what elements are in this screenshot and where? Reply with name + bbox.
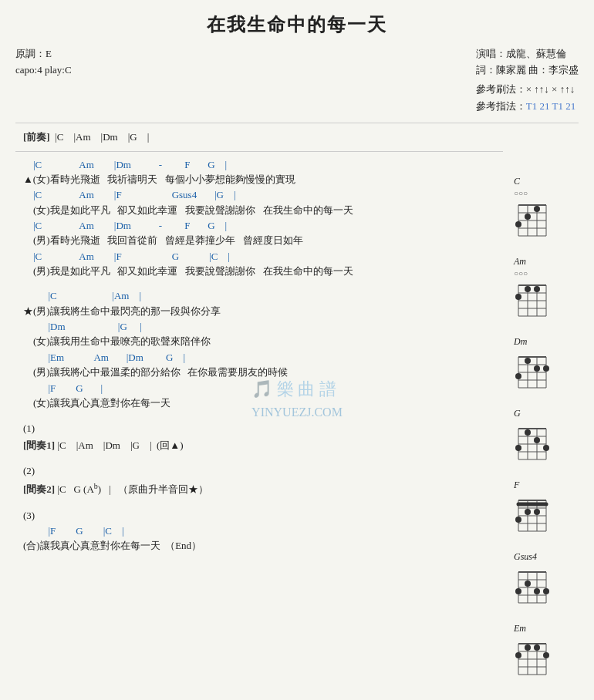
b-lyric4: (女)讓我真心真意對你在每一天 [15,395,503,411]
svg-point-10 [525,214,531,220]
header-right: 演唱：成龍、蘇慧倫 詞：陳家麗 曲：李宗盛 參考刷法：× ↑↑↓ × ↑↑↓ 參… [476,46,579,116]
svg-point-73 [525,581,531,587]
chord-diagrams: C ○○○ Am ○○○ [511,130,579,695]
svg-point-61 [534,509,540,515]
v1-lyric3: (男)看時光飛逝 我回首從前 曾經是莽撞少年 曾經度日如年 [15,233,503,248]
intro-line: [前奏] |C |Am |Dm |G | [15,130,503,145]
finger-ref: 參考指法：T1 21 T1 21 [476,99,579,115]
svg-point-75 [534,588,540,594]
svg-point-72 [515,588,521,594]
svg-point-35 [534,365,540,372]
svg-point-62 [515,517,521,523]
interlude2-num: (2) [15,463,503,479]
svg-point-74 [543,588,549,594]
svg-point-36 [515,373,521,379]
chord-dm: Dm [511,336,579,395]
divider-1 [15,151,503,152]
interlude2-line: [間奏2] |C G (Ab) | （原曲升半音回★） [15,480,503,497]
svg-point-85 [534,644,540,651]
chord-f: F [511,480,579,539]
v1-lyric1: ▲(女)看時光飛逝 我祈禱明天 每個小小夢想能夠慢慢的實現 [15,172,503,187]
chord-em: Em [511,623,579,682]
svg-point-48 [543,445,549,451]
svg-point-21 [534,286,540,292]
svg-point-49 [534,437,540,443]
outro-section: (3) |F G |C | (合)讓我真心真意對你在每一天 （End） [15,508,503,554]
chord-g: G [511,408,579,467]
v1-chord4: |C Am |F G |C | [15,250,503,264]
outro-num: (3) [15,508,503,523]
b-chord3: |Em Am |Dm G | [15,351,503,365]
v1-chord2: |C Am |F Gsus4 |G | [15,188,503,202]
svg-point-11 [515,221,521,227]
svg-point-88 [543,652,549,658]
svg-point-23 [515,294,521,300]
svg-point-34 [543,365,549,372]
svg-point-47 [525,429,531,436]
page-title: 在我生命中的每一天 [15,12,579,37]
bridge: |C |Am | ★(男)讓我將生命中最閃亮的那一段與你分享 |Dm |G | … [15,289,503,410]
chord-gsus4: Gsus4 [511,551,579,611]
outro-chord: |F G |C | [15,524,503,538]
intro-section: [前奏] |C |Am |Dm |G | [15,130,503,145]
b-lyric3: (男)讓我將心中最溫柔的部分給你 在你最需要朋友的時候 [15,365,503,380]
divider-top [15,123,579,123]
svg-point-33 [525,358,531,364]
strum-ref: 參考刷法：× ↑↑↓ × ↑↑↓ [476,82,579,98]
svg-point-60 [525,509,531,515]
song-area: [前奏] |C |Am |Dm |G | |C Am |Dm - F G | ▲… [15,130,511,695]
b-lyric1: ★(男)讓我將生命中最閃亮的那一段與你分享 [15,304,503,319]
writer-info: 詞：陳家麗 曲：李宗盛 [476,62,579,79]
b-chord4: |F G | [15,382,503,395]
key-info: 原調：E [15,46,72,62]
v1-lyric2: (女)我是如此平凡 卻又如此幸運 我要說聲謝謝你 在我生命中的每一天 [15,203,503,218]
b-lyric2: (女)讓我用生命中最嘹亮的歌聲來陪伴你 [15,334,503,349]
svg-point-86 [525,644,531,651]
chord-am: Am ○○○ [511,256,579,324]
interlude2-section: (2) [間奏2] |C G (Ab) | （原曲升半音回★） [15,463,503,496]
singer-info: 演唱：成龍、蘇慧倫 [476,46,579,62]
capo-info: capo:4 play:C [15,62,72,79]
svg-point-87 [515,652,521,658]
interlude1-num: (1) [15,421,503,436]
v1-lyric4: (男)我是如此平凡 卻又如此幸運 我要說聲謝謝你 在我生命中的每一天 [15,264,503,279]
verse1: |C Am |Dm - F G | ▲(女)看時光飛逝 我祈禱明天 每個小小夢想… [15,158,503,279]
header-left: 原調：E capo:4 play:C [15,46,72,116]
outro-lyric: (合)讓我真心真意對你在每一天 （End） [15,538,503,554]
chord-c: C ○○○ [511,176,579,244]
v1-chord3: |C Am |Dm - F G | [15,219,503,233]
svg-point-22 [525,286,531,292]
b-chord2: |Dm |G | [15,320,503,334]
interlude1-line: [間奏1] |C |Am |Dm |G | (回▲) [15,438,503,453]
b-chord1: |C |Am | [15,289,503,303]
svg-point-46 [515,445,521,451]
v1-chord1: |C Am |Dm - F G | [15,158,503,172]
svg-point-9 [534,206,540,212]
interlude1-section: (1) [間奏1] |C |Am |Dm |G | (回▲) [15,421,503,453]
